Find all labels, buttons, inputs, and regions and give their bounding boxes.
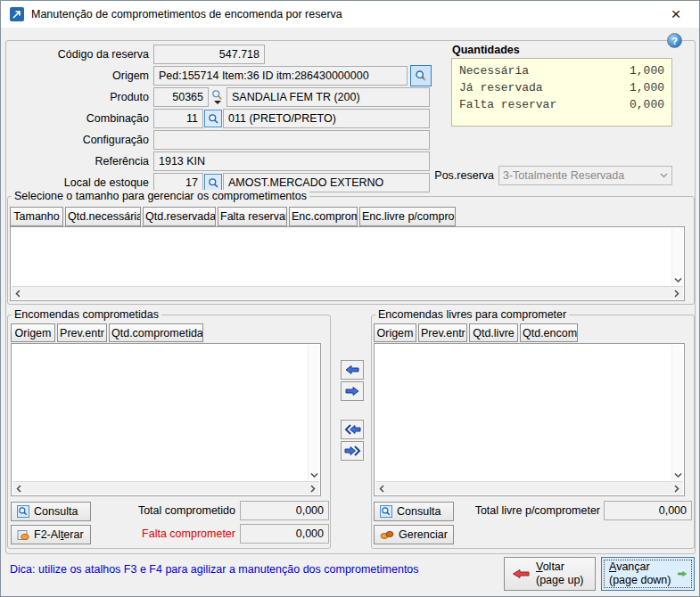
scroll-down-icon[interactable] [672,470,683,480]
combinacao-label: Combinação [19,109,149,128]
column-header[interactable]: Qtd.necessária [65,207,141,226]
double-arrow-right-icon [344,446,361,456]
move-all-right-button[interactable] [341,441,364,461]
scroll-right-icon[interactable] [674,290,679,298]
comprometidas-header-row: Origem Prev.entr Qtd.comprometida [11,323,203,342]
app-icon [10,7,24,21]
scroll-down-icon[interactable] [309,470,319,480]
comprometidas-consulta-button[interactable]: Consulta [11,502,91,521]
window-title: Manutenção de comprometimentos de encome… [31,8,342,20]
search-icon [380,505,392,518]
quantidade-row: Necessária1,000 [456,62,668,79]
comprometidas-group-title: Encomendas comprometidas [12,308,161,321]
edit-icon [17,529,29,541]
help-icon[interactable]: ? [667,33,682,48]
tamanhos-group-title: Selecione o tamanho para gerenciar os co… [12,190,309,202]
quantidades-panel: Necessária1,000 Já reservada1,000 Falta … [451,58,672,127]
double-arrow-left-icon [344,424,361,435]
manage-icon [380,530,394,540]
configuracao-label: Configuração [19,130,149,150]
avancar-label: Avançar [609,560,650,574]
column-header[interactable]: Qtd.reservada [143,207,216,226]
move-left-button[interactable] [341,360,364,380]
avancar-sublabel: (page down) [609,574,671,587]
falta-comprometer-field: 0,000 [240,524,329,544]
arrow-left-icon [345,364,359,375]
origem-search-button[interactable] [410,65,432,86]
move-all-left-button[interactable] [341,420,364,439]
dialog-window: { "window": { "title": "Manutenção de co… [0,0,700,597]
search-icon [415,70,427,82]
horizontal-scrollbar[interactable] [12,481,319,495]
arrow-right-icon [345,386,359,397]
dropdown-triangle-icon [214,101,221,104]
configuracao-field [153,130,430,150]
column-header[interactable]: Qtd.livre [469,323,518,342]
produto-search-icon[interactable] [211,88,225,106]
referencia-label: Referência [19,151,149,171]
quantidade-row: Já reservada1,000 [456,79,668,96]
comprometidas-list[interactable] [11,343,321,496]
local-search-button[interactable] [204,174,222,192]
column-header[interactable]: Falta reservar [218,207,287,226]
voltar-sublabel: (page up) [536,574,584,587]
referencia-field: 1913 KIN [153,151,430,171]
chevron-down-icon [660,173,668,178]
scroll-right-icon[interactable] [310,485,316,493]
column-header[interactable]: Enc.livre p/comprom [359,207,456,226]
combinacao-code-field: 11 [153,109,203,128]
voltar-label: Voltar [536,560,564,574]
hint-text: Dica: utilize os atalhos F3 e F4 para ag… [10,563,419,576]
column-header[interactable]: Prev.entr [418,323,467,342]
column-header[interactable]: Qtd.comprometida [109,323,203,342]
column-header[interactable]: Prev.entr [57,323,107,342]
voltar-button[interactable]: Voltar (page up) [504,557,596,591]
horizontal-scrollbar[interactable] [375,481,683,495]
origem-field: Ped:155714 Item:36 ID itm:286430000000 [153,66,408,86]
combinacao-search-button[interactable] [204,110,222,127]
column-header[interactable]: Origem [11,323,55,342]
total-livre-field: 0,000 [604,501,692,520]
gerenciar-button[interactable]: Gerenciar [374,525,454,544]
vertical-scrollbar[interactable] [671,228,683,286]
red-arrow-left-icon [512,568,530,580]
quantidade-row: Falta reservar0,000 [456,96,668,113]
avancar-button[interactable]: Avançar (page down) [601,557,695,591]
codigo-reserva-label: Código da reserva [19,45,149,64]
scroll-right-icon[interactable] [674,485,679,493]
total-comprometido-label: Total comprometido [108,501,235,520]
codigo-reserva-field: 547.718 [153,45,265,64]
produto-code-field: 50365 [153,87,209,107]
scroll-down-icon[interactable] [672,274,683,285]
horizontal-scrollbar[interactable] [12,286,683,299]
quantidades-title: Quantidades [452,44,520,56]
tamanhos-header-row: Tamanho Qtd.necessária Qtd.reservada Fal… [10,207,456,226]
falta-comprometer-label: Falta comprometer [108,524,235,544]
livres-consulta-button[interactable]: Consulta [374,502,454,521]
close-button[interactable]: × [660,1,692,28]
f2-alterar-button[interactable]: F2-Alterar [11,525,91,544]
column-header[interactable]: Enc.comprom [289,207,358,226]
column-header[interactable]: Qtd.encom [520,323,578,342]
origem-label: Origem [19,66,149,86]
title-bar: Manutenção de comprometimentos de encome… [1,1,699,28]
tamanhos-list[interactable] [10,226,685,301]
total-comprometido-field: 0,000 [240,501,329,520]
vertical-scrollbar[interactable] [671,345,683,481]
produto-name-field: SANDALIA FEM TR (200) [226,87,430,107]
scroll-left-icon[interactable] [16,485,21,493]
column-header[interactable]: Tamanho [10,207,63,226]
scroll-left-icon[interactable] [15,290,21,298]
move-right-button[interactable] [341,381,364,401]
scroll-left-icon[interactable] [379,485,384,493]
pos-reserva-select[interactable]: 3-Totalmente Reservada [498,166,672,185]
livres-group-title: Encomendas livres para comprometer [375,308,569,321]
vertical-scrollbar[interactable] [308,345,319,481]
total-livre-label: Total livre p/comprometer [465,501,600,520]
green-arrow-right-icon [678,568,688,580]
produto-label: Produto [19,87,149,107]
pos-reserva-label: Pos.reserva [405,166,494,185]
search-icon [17,505,29,518]
column-header[interactable]: Origem [374,323,416,342]
livres-list[interactable] [374,343,685,496]
